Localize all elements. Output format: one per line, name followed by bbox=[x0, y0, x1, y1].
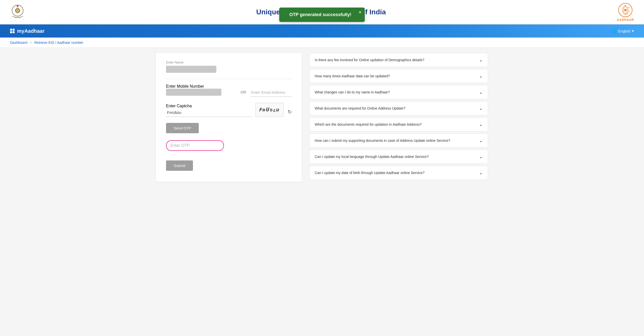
faq-question-7: Can I update my local language through U… bbox=[315, 154, 479, 159]
main-content: Enter Name Enter Mobile Number OR Enter … bbox=[146, 48, 498, 187]
separator-1 bbox=[166, 79, 292, 79]
name-field-group: Enter Name bbox=[166, 60, 292, 74]
faq-question-8: Can I update my date of birth through Up… bbox=[315, 170, 479, 176]
faq-question-5: Which are the documents required for upd… bbox=[315, 122, 479, 127]
toast-message: OTP generated successfully! bbox=[289, 12, 351, 17]
mobile-field-group: Enter Mobile Number bbox=[166, 84, 236, 97]
faq-item-3[interactable]: What changes can I do to my name in Aadh… bbox=[309, 85, 488, 99]
faq-chevron-2: ⌄ bbox=[479, 73, 483, 79]
svg-text:🦁: 🦁 bbox=[16, 5, 19, 8]
faq-item-4[interactable]: What documents are required for Online A… bbox=[309, 101, 488, 115]
otp-input[interactable] bbox=[166, 140, 224, 151]
svg-point-9 bbox=[628, 7, 629, 8]
faq-chevron-6: ⌄ bbox=[479, 138, 483, 143]
faq-item-8[interactable]: Can I update my date of birth through Up… bbox=[309, 166, 488, 180]
captcha-input-group: Enter Captcha bbox=[166, 104, 252, 117]
submit-button[interactable]: Submit bbox=[166, 160, 193, 171]
grid-icon bbox=[10, 29, 15, 33]
send-otp-button[interactable]: Send OTP bbox=[166, 123, 199, 133]
faq-question-6: How can I submit my supporting documents… bbox=[315, 138, 479, 143]
mobile-email-row: Enter Mobile Number OR bbox=[166, 84, 292, 97]
toast-close-button[interactable]: × bbox=[359, 10, 361, 15]
captcha-image: FmUbzu bbox=[256, 103, 284, 117]
faq-item-7[interactable]: Can I update my local language through U… bbox=[309, 150, 488, 164]
faq-question-4: What documents are required for Online A… bbox=[315, 106, 479, 111]
captcha-text: FmUbzu bbox=[259, 107, 280, 113]
form-panel: Enter Name Enter Mobile Number OR Enter … bbox=[156, 53, 302, 182]
faq-chevron-8: ⌄ bbox=[479, 170, 483, 176]
breadcrumb-home[interactable]: Dashboard bbox=[10, 41, 27, 45]
faq-chevron-1: ⌄ bbox=[479, 57, 483, 63]
faq-question-1: Is there any fee involved for Online upd… bbox=[315, 57, 479, 63]
aadhaar-brand-label: AADHAAR bbox=[617, 18, 634, 22]
breadcrumb: Dashboard > Retrieve EID / Aadhaar numbe… bbox=[0, 38, 644, 48]
captcha-row: Enter Captcha FmUbzu ↻ bbox=[166, 103, 292, 117]
svg-point-11 bbox=[627, 14, 628, 14]
faq-item-1[interactable]: Is there any fee involved for Online upd… bbox=[309, 53, 488, 67]
captcha-input[interactable] bbox=[166, 108, 252, 117]
toast-notification: OTP generated successfully! × bbox=[279, 8, 365, 22]
mobile-label: Enter Mobile Number bbox=[166, 84, 204, 88]
email-input[interactable] bbox=[250, 88, 292, 97]
faq-chevron-7: ⌄ bbox=[479, 154, 483, 159]
mobile-input-filled bbox=[166, 89, 221, 96]
gov-emblem: 🦁 सत्यमेव जयते bbox=[10, 4, 25, 21]
faq-item-2[interactable]: How many times Aadhaar data can be updat… bbox=[309, 69, 488, 83]
nav-brand: myAadhaar bbox=[10, 28, 45, 34]
svg-point-8 bbox=[625, 5, 626, 6]
faq-panel: Is there any fee involved for Online upd… bbox=[309, 53, 488, 182]
translate-icon: 🌐 bbox=[611, 28, 617, 34]
faq-question-3: What changes can I do to my name in Aadh… bbox=[315, 90, 479, 95]
name-label: Enter Name bbox=[166, 60, 292, 64]
breadcrumb-separator: > bbox=[30, 41, 32, 45]
nav-bar: myAadhaar 🌐 English ▾ bbox=[0, 24, 644, 38]
aadhaar-logo: AADHAAR bbox=[617, 3, 634, 22]
faq-item-6[interactable]: How can I submit my supporting documents… bbox=[309, 133, 488, 148]
or-divider: OR bbox=[240, 90, 246, 97]
email-field-group bbox=[250, 88, 292, 97]
refresh-captcha-button[interactable]: ↻ bbox=[288, 109, 292, 117]
svg-point-7 bbox=[624, 9, 627, 11]
faq-question-2: How many times Aadhaar data can be updat… bbox=[315, 74, 479, 79]
language-selector[interactable]: 🌐 English ▾ bbox=[611, 28, 634, 34]
faq-item-5[interactable]: Which are the documents required for upd… bbox=[309, 117, 488, 131]
captcha-label: Enter Captcha bbox=[166, 104, 192, 108]
chevron-down-icon: ▾ bbox=[632, 29, 634, 33]
otp-field-group bbox=[166, 140, 292, 151]
nav-brand-label: myAadhaar bbox=[17, 28, 45, 34]
name-input-filled bbox=[166, 66, 216, 73]
faq-chevron-5: ⌄ bbox=[479, 122, 483, 127]
breadcrumb-current: Retrieve EID / Aadhaar number bbox=[34, 41, 83, 45]
language-label: English bbox=[618, 29, 630, 33]
faq-chevron-3: ⌄ bbox=[479, 89, 483, 95]
faq-chevron-4: ⌄ bbox=[479, 106, 483, 111]
svg-point-10 bbox=[629, 11, 630, 12]
